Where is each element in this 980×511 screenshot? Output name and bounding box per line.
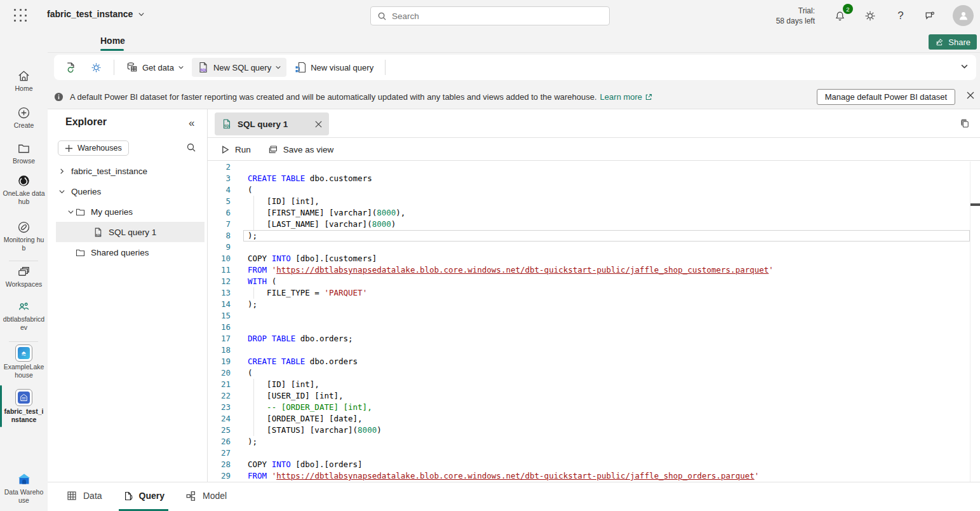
explorer-search-icon[interactable]	[186, 142, 196, 153]
info-banner: A default Power BI dataset for faster re…	[48, 85, 980, 109]
editor-line-22[interactable]: 22 [USER_ID] [int],	[208, 390, 970, 402]
sidebar-item-browse[interactable]: Browse	[0, 141, 48, 165]
editor-line-7[interactable]: 7 [LAST_NAME] [varchar](8000)	[208, 219, 970, 230]
settings-button[interactable]	[85, 58, 107, 77]
explorer-title: Explorer	[65, 116, 107, 128]
line-number: 10	[208, 253, 231, 264]
line-number: 5	[208, 196, 231, 207]
code-text: CREATE TABLE dbo.orders	[248, 356, 358, 367]
editor-line-29[interactable]: 29FROM 'https://dbtlabsynapsedatalake.bl…	[208, 470, 970, 482]
line-number: 25	[208, 425, 231, 436]
editor-line-15[interactable]: 15	[208, 310, 970, 322]
learn-more-link[interactable]: Learn more	[600, 92, 653, 102]
code-text: );	[248, 299, 257, 310]
tab-home[interactable]: Home	[100, 36, 125, 46]
line-number: 28	[208, 459, 231, 470]
chevron-down-icon[interactable]	[66, 208, 75, 215]
editor-line-3[interactable]: 3CREATE TABLE dbo.customers	[208, 173, 970, 184]
editor-line-2[interactable]: 2	[208, 161, 970, 173]
workspaces-icon	[0, 264, 48, 279]
view-tab-model[interactable]: Model	[181, 482, 231, 511]
save-as-view-button[interactable]: Save as view	[267, 144, 334, 155]
new-warehouse-button[interactable]: Warehouses	[58, 140, 129, 156]
manage-default-dataset-button[interactable]: Manage default Power BI dataset	[817, 89, 955, 105]
view-tab-data[interactable]: Data	[62, 482, 106, 511]
get-data-button[interactable]: Get data	[121, 58, 189, 77]
tab-sql-query-1[interactable]: SQL SQL query 1	[215, 112, 329, 135]
editor-line-21[interactable]: 21 [ID] [int],	[208, 379, 970, 390]
sql-code-editor[interactable]: 23CREATE TABLE dbo.customers4(5 [ID] [in…	[208, 161, 980, 482]
sidebar-item-monitoring-hub[interactable]: Monitoring hub	[0, 220, 48, 252]
sidebar-item-fabric-test-instance[interactable]: fabric_test_instance	[0, 389, 48, 424]
collapse-ribbon-chevron-icon[interactable]	[960, 62, 969, 71]
sidebar-item-onelake-data-hub[interactable]: OneLake data hub	[0, 174, 48, 206]
search-input[interactable]	[392, 11, 603, 21]
feedback-icon[interactable]	[922, 8, 937, 24]
collapse-explorer-icon[interactable]: «	[189, 117, 194, 130]
editor-line-27[interactable]: 27	[208, 447, 970, 459]
editor-line-17[interactable]: 17DROP TABLE dbo.orders;	[208, 333, 970, 344]
editor-line-18[interactable]: 18	[208, 344, 970, 356]
code-text: );	[248, 230, 257, 242]
editor-line-13[interactable]: 13 FILE_TYPE = 'PARQUET'	[208, 287, 970, 299]
workspace-selector[interactable]: fabric_test_instance	[47, 9, 145, 19]
banner-close-icon[interactable]	[966, 91, 975, 100]
line-number: 27	[208, 447, 231, 459]
editor-line-4[interactable]: 4(	[208, 184, 970, 196]
view-tab-query[interactable]: Query	[119, 482, 168, 511]
editor-line-10[interactable]: 10COPY INTO [dbo].[customers]	[208, 253, 970, 264]
editor-line-20[interactable]: 20(	[208, 367, 970, 379]
copy-icon[interactable]	[959, 118, 971, 130]
run-button[interactable]: Run	[220, 145, 251, 154]
editor-line-11[interactable]: 11FROM 'https://dbtlabsynapsedatalake.bl…	[208, 264, 970, 276]
chevron-down-icon	[275, 64, 281, 71]
sidebar-item-create[interactable]: Create	[0, 106, 48, 130]
tree-item-queries-node[interactable]: Queries	[56, 181, 205, 201]
sidebar-item-home[interactable]: Home	[0, 69, 48, 93]
sql-file-icon: SQL	[221, 118, 232, 130]
sql-file-icon: SQL	[197, 61, 210, 74]
editor-line-8[interactable]: 8);	[208, 230, 970, 242]
editor-line-14[interactable]: 14);	[208, 299, 970, 310]
sidebar-item-examplelakehouse[interactable]: ExampleLakehouse	[0, 344, 48, 379]
editor-line-19[interactable]: 19CREATE TABLE dbo.orders	[208, 356, 970, 367]
data-warehouse-icon	[0, 472, 48, 487]
visual-query-file-icon	[294, 61, 307, 74]
line-number: 17	[208, 333, 231, 344]
chevron-down-icon[interactable]	[57, 188, 66, 195]
editor-line-26[interactable]: 26);	[208, 436, 970, 447]
new-sql-query-button[interactable]: SQL New SQL query	[192, 58, 286, 77]
settings-gear-icon[interactable]	[863, 8, 878, 24]
tree-item-shared-queries-folder[interactable]: Shared queries	[56, 242, 205, 262]
editor-line-25[interactable]: 25 [STATUS] [varchar](8000)	[208, 425, 970, 436]
tree-item-warehouse-node[interactable]: fabric_test_instance	[56, 161, 205, 181]
help-icon[interactable]: ?	[893, 8, 908, 24]
user-avatar[interactable]	[953, 5, 974, 26]
close-tab-icon[interactable]	[314, 120, 323, 128]
editor-line-6[interactable]: 6 [FIRST_NAME] [varchar](8000),	[208, 207, 970, 219]
app-launcher-waffle-icon[interactable]	[14, 9, 28, 23]
sidebar-item-workspaces[interactable]: Workspaces	[0, 264, 48, 289]
editor-line-24[interactable]: 24 [ORDER_DATE] [date],	[208, 413, 970, 425]
active-tab-underline	[100, 49, 124, 51]
line-number: 24	[208, 413, 231, 425]
code-text: [STATUS] [varchar](8000)	[248, 425, 382, 436]
chevron-right-icon[interactable]	[57, 168, 66, 175]
banner-message: A default Power BI dataset for faster re…	[70, 92, 597, 102]
refresh-button[interactable]	[59, 58, 83, 78]
editor-line-5[interactable]: 5 [ID] [int],	[208, 196, 970, 207]
tree-item-sql-query-1[interactable]: SQLSQL query 1	[56, 222, 205, 242]
editor-line-9[interactable]: 9	[208, 242, 970, 253]
editor-line-23[interactable]: 23 -- [ORDER_DATE] [int],	[208, 402, 970, 413]
sidebar-item-dbtlabsfabricdev[interactable]: dbtlabsfabricdev	[0, 299, 48, 332]
sidebar-item-data-warehouse[interactable]: Data Warehouse	[0, 472, 48, 505]
chevron-down-icon	[178, 64, 184, 71]
new-visual-query-button[interactable]: New visual query	[289, 58, 379, 77]
editor-line-16[interactable]: 16	[208, 322, 970, 333]
share-button[interactable]: Share	[929, 34, 977, 50]
editor-line-12[interactable]: 12WITH (	[208, 276, 970, 287]
tree-item-my-queries-folder[interactable]: My queries	[56, 201, 205, 222]
toolbar-divider	[114, 60, 114, 75]
editor-line-28[interactable]: 28COPY INTO [dbo].[orders]	[208, 459, 970, 470]
global-search[interactable]	[370, 6, 610, 25]
